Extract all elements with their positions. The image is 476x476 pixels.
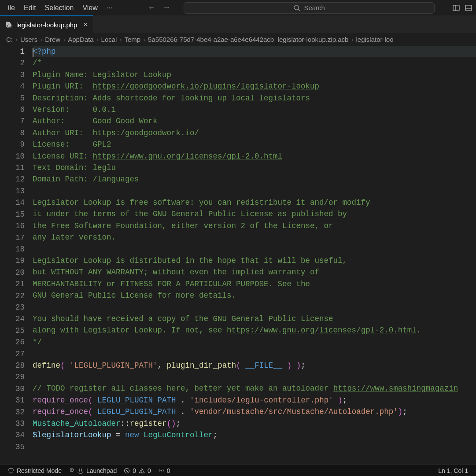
breadcrumb-segment[interactable]: legislator-loo: [356, 36, 393, 43]
menu-more[interactable]: ···: [102, 1, 117, 15]
code-line[interactable]: Plugin Name: Legislator Lookup: [33, 69, 476, 81]
menubar: ile Edit Selection View ···: [4, 1, 117, 15]
breadcrumb-segment[interactable]: C:: [6, 36, 13, 43]
code-line[interactable]: [33, 244, 476, 255]
breadcrumb-sep: ›: [351, 36, 353, 43]
code-line[interactable]: Version: 0.0.1: [33, 104, 476, 115]
menu-file[interactable]: ile: [4, 1, 19, 15]
layout-panel-left-icon[interactable]: [452, 4, 460, 12]
menu-view[interactable]: View: [78, 1, 102, 15]
svg-point-6: [71, 469, 72, 470]
php-file-icon: 🐘: [5, 21, 13, 28]
breadcrumb-sep: ›: [143, 36, 145, 43]
breadcrumb-sep: ›: [40, 36, 42, 43]
search-placeholder: Search: [304, 4, 325, 11]
breadcrumb-segment[interactable]: Drew: [45, 36, 60, 43]
code-line[interactable]: Description: Adds shortcode for looking …: [33, 92, 476, 104]
code-line[interactable]: Author: Good Good Work: [33, 115, 476, 127]
code-line[interactable]: [33, 371, 476, 383]
code-line[interactable]: License URI: https://www.gnu.org/license…: [33, 151, 476, 162]
svg-rect-2: [453, 5, 459, 11]
search-input[interactable]: Search: [184, 2, 435, 14]
layout-panel-bottom-icon[interactable]: [465, 4, 472, 12]
ports[interactable]: 0: [155, 467, 174, 474]
titlebar: ile Edit Selection View ··· ← → Search: [0, 0, 476, 15]
search-icon: [293, 4, 300, 11]
code-line[interactable]: // TODO register all classes here, bette…: [33, 383, 476, 394]
tab-label: legislator-lookup.php: [16, 21, 77, 29]
breadcrumb-segment[interactable]: Temp: [124, 36, 140, 43]
svg-point-11: [142, 472, 142, 472]
layout-icons: [452, 4, 472, 12]
code-line[interactable]: the Free Software Foundation, either ver…: [33, 220, 476, 232]
code-line[interactable]: Domain Path: /languages: [33, 173, 476, 185]
breadcrumb-segment[interactable]: 5a550266-75d7-4be4-a2ae-a6e4e6442acb_leg…: [148, 36, 348, 43]
code-line[interactable]: <?php: [33, 46, 476, 57]
code-line[interactable]: Mustache_Autoloader::register();: [33, 418, 476, 429]
breadcrumb-sep: ›: [15, 36, 18, 43]
line-gutter: 1234567891011121314151617181920212223242…: [0, 46, 33, 453]
nav-back-icon[interactable]: ←: [148, 3, 155, 12]
breadcrumb-segment[interactable]: Users: [20, 36, 37, 43]
code-line[interactable]: require_once( LEGLU_PLUGIN_PATH . 'vendo…: [33, 406, 476, 417]
code-line[interactable]: Legislator Lookup is distributed in the …: [33, 255, 476, 266]
code-line[interactable]: You should have received a copy of the G…: [33, 313, 476, 325]
tab-active[interactable]: 🐘 legislator-lookup.php ×: [0, 15, 93, 33]
editor-tabs: 🐘 legislator-lookup.php ×: [0, 15, 476, 33]
svg-point-12: [161, 470, 162, 471]
code-line[interactable]: */: [33, 336, 476, 348]
svg-line-1: [298, 9, 300, 11]
svg-rect-4: [465, 5, 472, 11]
breadcrumb-sep: ›: [96, 36, 99, 43]
radio-icon: [158, 468, 164, 474]
problems[interactable]: 0 0: [120, 467, 155, 474]
restricted-mode[interactable]: Restricted Mode: [4, 467, 65, 474]
code-line[interactable]: [33, 302, 476, 313]
code-line[interactable]: require_once( LEGLU_PLUGIN_PATH . 'inclu…: [33, 395, 476, 406]
menu-selection[interactable]: Selection: [41, 1, 78, 15]
code-line[interactable]: [33, 348, 476, 359]
menu-edit[interactable]: Edit: [19, 1, 41, 15]
warning-icon: [139, 468, 145, 474]
nav-arrows: ← →: [148, 3, 170, 12]
code-line[interactable]: /*: [33, 57, 476, 69]
shield-icon: [8, 468, 14, 474]
cursor-position[interactable]: Ln 1, Col 1: [435, 467, 472, 474]
error-icon: [124, 468, 130, 474]
breadcrumb[interactable]: C:›Users›Drew›AppData›Local›Temp›5a55026…: [0, 33, 476, 46]
close-icon[interactable]: ×: [83, 21, 87, 29]
breadcrumb-sep: ›: [119, 36, 122, 43]
breadcrumb-sep: ›: [63, 36, 65, 43]
code-line[interactable]: but WITHOUT ANY WARRANTY; without even t…: [33, 266, 476, 278]
rocket-icon: [69, 468, 75, 474]
statusbar: Restricted Mode Launchpad 0 0 0 Ln 1, Co…: [0, 465, 476, 476]
code-line[interactable]: MERCHANTABILITY or FITNESS FOR A PARTICU…: [33, 278, 476, 290]
code-line[interactable]: Legislator Lookup is free software: you …: [33, 197, 476, 208]
code-line[interactable]: any later version.: [33, 232, 476, 243]
code-line[interactable]: it under the terms of the GNU General Pu…: [33, 208, 476, 220]
code-content[interactable]: <?php/*Plugin Name: Legislator LookupPlu…: [33, 46, 476, 453]
code-line[interactable]: Author URI: https:/goodgoodwork.io/: [33, 127, 476, 139]
launchpad[interactable]: Launchpad: [65, 467, 120, 474]
code-line[interactable]: [33, 441, 476, 452]
code-editor[interactable]: 1234567891011121314151617181920212223242…: [0, 46, 476, 453]
nav-forward-icon[interactable]: →: [162, 3, 170, 12]
code-line[interactable]: define( 'LEGLU_PLUGIN_PATH', plugin_dir_…: [33, 360, 476, 371]
code-line[interactable]: Plugin URI: https://goodgoodwork.io/plug…: [33, 81, 476, 92]
code-line[interactable]: GNU General Public License for more deta…: [33, 290, 476, 301]
beaker-icon: [77, 468, 84, 474]
code-line[interactable]: along with Legislator Lookup. If not, se…: [33, 325, 476, 336]
svg-point-0: [294, 5, 299, 10]
code-line[interactable]: License: GPL2: [33, 139, 476, 150]
code-line[interactable]: [33, 185, 476, 197]
breadcrumb-segment[interactable]: Local: [101, 36, 117, 43]
code-line[interactable]: Text Domain: leglu: [33, 162, 476, 173]
code-line[interactable]: $legislatorLookup = new LegLuController;: [33, 429, 476, 441]
breadcrumb-segment[interactable]: AppData: [68, 36, 93, 43]
